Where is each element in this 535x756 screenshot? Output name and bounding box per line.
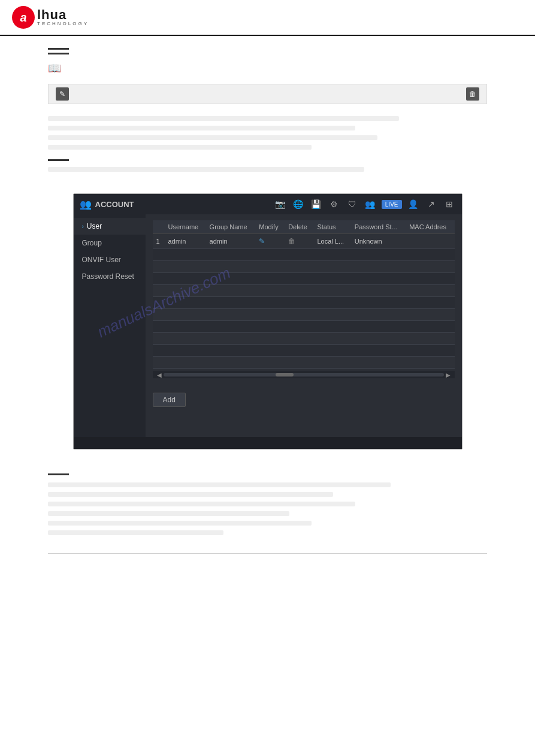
cell-group-name: admin — [206, 234, 256, 249]
screenshot-wrapper: manualsArchive.com 👥 ACCOUNT 📷 🌐 💾 ⚙ 🛡 👥… — [48, 181, 487, 462]
scroll-left-arrow[interactable]: ◀ — [155, 372, 164, 378]
sidebar: › User Group ONVIF User Password Reset — [74, 214, 146, 437]
sidebar-item-group[interactable]: Group — [74, 235, 146, 251]
sidebar-item-password-reset[interactable]: Password Reset — [74, 268, 146, 285]
network-nav-icon[interactable]: 🌐 — [292, 198, 305, 211]
footer-line — [48, 553, 487, 554]
col-delete: Delete — [285, 220, 313, 234]
cell-mac — [406, 234, 454, 249]
table-row-empty-10 — [153, 357, 455, 369]
text-para-5 — [48, 167, 364, 172]
add-button[interactable]: Add — [153, 393, 186, 407]
table-header-row: Username Group Name Modify Delete Status… — [153, 220, 455, 234]
col-password-status: Password St... — [351, 220, 406, 234]
live-badge: LIVE — [382, 200, 402, 209]
toolbar-row: ✎ 🗑 — [48, 84, 487, 104]
text-para-11 — [48, 530, 223, 535]
users-nav-icon[interactable]: 👥 — [364, 198, 377, 211]
storage-nav-icon[interactable]: 💾 — [310, 198, 323, 211]
screenshot-bottom-bar — [74, 437, 462, 449]
col-mac-address: MAC Addres — [406, 220, 454, 234]
grid-nav-icon[interactable]: ⊞ — [443, 198, 456, 211]
table-row-empty-7 — [153, 321, 455, 333]
col-num — [153, 220, 165, 234]
note-box: 📖 — [48, 60, 487, 75]
settings-nav-icon[interactable]: ⚙ — [328, 198, 341, 211]
account-label: ACCOUNT — [95, 200, 134, 209]
sub-name: TECHNOLOGY — [37, 22, 89, 26]
shield-nav-icon[interactable]: 🛡 — [346, 198, 359, 211]
text-para-6 — [48, 482, 391, 487]
table-row-empty-1 — [153, 249, 455, 261]
table-header: Username Group Name Modify Delete Status… — [153, 220, 455, 234]
scrollbar-area: ◀ ▶ — [153, 371, 455, 378]
step-lines-bottom — [48, 473, 487, 475]
modify-icon[interactable]: ✎ — [259, 237, 265, 245]
col-username: Username — [164, 220, 205, 234]
sidebar-item-user[interactable]: › User — [74, 218, 146, 235]
table-body: 1 admin admin ✎ 🗑 Local L... Un — [153, 234, 455, 369]
text-para-10 — [48, 521, 312, 526]
scrollbar-thumb[interactable] — [276, 373, 294, 377]
main-content: Username Group Name Modify Delete Status… — [146, 214, 462, 437]
text-para-3 — [48, 135, 377, 140]
content-area: 📖 ✎ 🗑 manualsArchive.com 👥 ACCOUNT — [0, 36, 535, 566]
top-nav: 👥 ACCOUNT 📷 🌐 💾 ⚙ 🛡 👥 LIVE 👤 ↗ ⊞ — [74, 194, 462, 214]
text-para-1 — [48, 116, 399, 121]
brand-name: lhua — [37, 8, 89, 22]
step-lines-top — [48, 48, 487, 54]
sidebar-label-password-reset: Password Reset — [82, 272, 134, 281]
logo-circle: a — [12, 6, 35, 29]
text-para-8 — [48, 502, 355, 506]
scroll-right-arrow[interactable]: ▶ — [444, 372, 452, 378]
logo: a lhua TECHNOLOGY — [12, 6, 89, 29]
cell-modify: ✎ — [255, 234, 285, 249]
logo-text: lhua TECHNOLOGY — [37, 8, 89, 26]
step-line-1 — [48, 48, 69, 50]
scrollbar-track[interactable] — [164, 373, 444, 377]
table-row-empty-6 — [153, 309, 455, 321]
delete-icon[interactable]: 🗑 — [288, 237, 295, 245]
text-para-4 — [48, 145, 312, 150]
table-row-empty-5 — [153, 297, 455, 309]
table-row-empty-8 — [153, 333, 455, 345]
account-icon: 👥 — [80, 199, 92, 210]
text-para-2 — [48, 126, 355, 130]
sidebar-label-group: Group — [82, 239, 102, 247]
user-nav-icon[interactable]: 👤 — [407, 198, 420, 211]
sidebar-label-onvif: ONVIF User — [82, 256, 121, 264]
sidebar-item-onvif[interactable]: ONVIF User — [74, 251, 146, 268]
cell-delete: 🗑 — [285, 234, 313, 249]
note-icon: 📖 — [48, 62, 61, 75]
cell-password-status: Unknown — [351, 234, 406, 249]
camera-nav-icon[interactable]: 📷 — [274, 198, 287, 211]
step-line-bottom — [48, 473, 69, 475]
step-lines-middle — [48, 159, 487, 161]
logo-letter: a — [20, 11, 26, 25]
logout-nav-icon[interactable]: ↗ — [425, 198, 438, 211]
delete-icon-toolbar[interactable]: 🗑 — [466, 87, 479, 101]
text-para-9 — [48, 511, 289, 516]
screenshot-container: 👥 ACCOUNT 📷 🌐 💾 ⚙ 🛡 👥 LIVE 👤 ↗ ⊞ — [73, 193, 463, 450]
main-layout: › User Group ONVIF User Password Reset — [74, 214, 462, 437]
add-button-wrapper: Add — [153, 384, 455, 407]
bottom-space — [153, 407, 455, 431]
cell-username: admin — [164, 234, 205, 249]
table-row-empty-3 — [153, 273, 455, 285]
col-modify: Modify — [255, 220, 285, 234]
top-nav-icons: 📷 🌐 💾 ⚙ 🛡 👥 LIVE 👤 ↗ ⊞ — [274, 198, 456, 211]
user-table: Username Group Name Modify Delete Status… — [153, 220, 455, 369]
table-row-empty-2 — [153, 261, 455, 273]
page-header: a lhua TECHNOLOGY — [0, 0, 535, 36]
chevron-icon-user: › — [82, 223, 84, 230]
table-row-empty-4 — [153, 285, 455, 297]
edit-icon-toolbar[interactable]: ✎ — [56, 87, 69, 101]
col-status: Status — [313, 220, 350, 234]
step-line-2 — [48, 53, 69, 54]
table-row-empty-9 — [153, 345, 455, 357]
text-para-7 — [48, 492, 333, 497]
sidebar-label-user: User — [87, 222, 102, 230]
cell-num: 1 — [153, 234, 165, 249]
cell-status: Local L... — [313, 234, 350, 249]
step-line-mid — [48, 159, 69, 161]
